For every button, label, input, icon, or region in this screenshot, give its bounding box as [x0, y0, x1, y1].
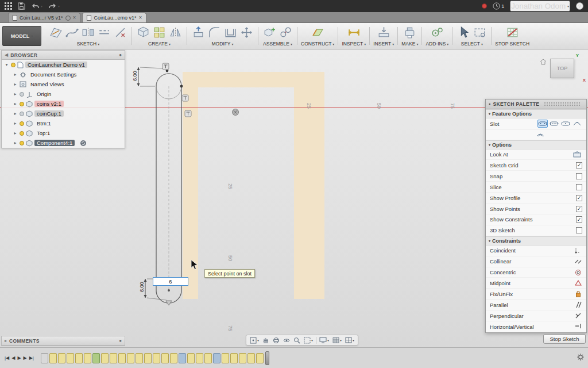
zoom-window-button[interactable]: ▾: [303, 337, 314, 344]
construction-plane-button[interactable]: [310, 25, 326, 40]
browser-item-label[interactable]: Origin: [34, 91, 53, 97]
create-mirror-button[interactable]: [168, 25, 183, 40]
slot-point-bottom[interactable]: [168, 289, 170, 292]
comments-header[interactable]: ▸ COMMENTS ●: [2, 336, 125, 346]
display-settings-button[interactable]: ▾: [319, 337, 330, 343]
help-button[interactable]: ?: [576, 2, 583, 10]
pin-icon[interactable]: ●: [119, 52, 122, 57]
user-menu[interactable]: Jonathan Odom ▾: [510, 1, 570, 12]
orbit-button[interactable]: [272, 337, 280, 344]
constraint-collinear[interactable]: Collinear: [486, 256, 586, 267]
stop-sketch-confirm-button[interactable]: Stop Sketch: [543, 334, 586, 344]
slot-center-to-center-button[interactable]: [537, 120, 548, 128]
section-collapse-icon[interactable]: ▾: [489, 239, 490, 243]
sketch-grid-checkbox[interactable]: [576, 162, 582, 168]
insert-button[interactable]: [376, 25, 392, 40]
viewcube-top-face[interactable]: TOP: [550, 59, 574, 78]
origin-marker[interactable]: [233, 109, 239, 116]
timeline-feature-icon[interactable]: [247, 353, 255, 363]
browser-item-document-settings[interactable]: ▸ Document Settings: [2, 70, 125, 79]
select-cursor-button[interactable]: [456, 25, 471, 40]
pin-icon[interactable]: ●: [119, 338, 122, 343]
slot-overall-button[interactable]: [549, 120, 559, 128]
timeline-feature-icon[interactable]: [101, 353, 109, 363]
tangent-constraint-icon[interactable]: [185, 110, 191, 117]
slot-center-point-arc-button[interactable]: [535, 131, 546, 139]
3d-sketch-checkbox[interactable]: [576, 227, 582, 233]
close-tab-1-icon[interactable]: ×: [73, 15, 76, 21]
visibility-bulb-icon[interactable]: [20, 102, 24, 106]
browser-item-coincup[interactable]: ▸ coinCup:1: [2, 109, 125, 118]
timeline-feature-icon[interactable]: [179, 353, 186, 363]
visibility-bulb-icon[interactable]: [20, 112, 24, 116]
timeline-feature-icon[interactable]: [49, 353, 57, 363]
create-box-button[interactable]: [136, 25, 151, 40]
timeline-feature-icon[interactable]: [41, 353, 48, 363]
dimension-top-value[interactable]: 6.00: [132, 71, 138, 81]
slot-point-side[interactable]: [180, 85, 183, 88]
constraint-midpoint[interactable]: Midpoint: [486, 278, 586, 289]
timeline-feature-icon[interactable]: [204, 353, 212, 363]
home-icon[interactable]: [540, 59, 547, 65]
document-tab-2[interactable]: CoinLau...emo v1* ×: [82, 13, 146, 22]
mirror-tool-button[interactable]: [80, 25, 96, 40]
dimension-input[interactable]: [153, 277, 188, 286]
expand-icon[interactable]: ▸: [13, 72, 18, 77]
zoom-button[interactable]: [293, 337, 301, 344]
timeline-feature-icon[interactable]: [84, 353, 91, 363]
offset-tool-button[interactable]: [96, 25, 112, 40]
timeline-feature-icon[interactable]: [153, 353, 160, 363]
timeline-feature-icon[interactable]: [161, 353, 169, 363]
timeline-feature-icon[interactable]: [75, 353, 83, 363]
timeline-feature-icon[interactable]: [144, 353, 152, 363]
fillet-button[interactable]: [207, 25, 222, 40]
timeline-feature-icon[interactable]: [127, 353, 134, 363]
dimension-top[interactable]: [137, 67, 164, 86]
timeline-feature-icon[interactable]: [222, 353, 229, 363]
joint-button[interactable]: [278, 25, 293, 40]
browser-item-component4[interactable]: ▸ Component4:1: [2, 138, 125, 148]
timeline-feature-icon[interactable]: [170, 353, 177, 363]
browser-item-label[interactable]: Document Settings: [28, 71, 79, 78]
slice-checkbox[interactable]: [576, 184, 582, 190]
show-constraints-checkbox[interactable]: [576, 216, 582, 223]
expand-icon[interactable]: ▸: [13, 111, 18, 116]
trim-tool-button[interactable]: [113, 25, 128, 40]
timeline-feature-icon[interactable]: [196, 353, 203, 363]
undo-button[interactable]: ▾: [31, 3, 42, 10]
look-at-button[interactable]: [283, 337, 291, 344]
timeline-feature-icon[interactable]: [118, 353, 126, 363]
addins-menu-button[interactable]: ADD-INS▾: [425, 41, 448, 48]
browser-item-coins[interactable]: ▸ coins v2:1: [2, 99, 125, 109]
timeline-step-forward-button[interactable]: ▶: [22, 355, 28, 362]
sketch-menu-button[interactable]: SKETCH▾: [77, 41, 100, 48]
tangent-constraint-icon[interactable]: [182, 95, 188, 101]
timeline-feature-icon[interactable]: [110, 353, 117, 363]
construct-menu-button[interactable]: CONSTRUCT▾: [301, 41, 334, 48]
constraint-coincident[interactable]: Coincident: [486, 246, 586, 256]
collapse-panel-icon[interactable]: ◀: [5, 52, 8, 57]
browser-item-named-views[interactable]: ▸ Named Views: [2, 79, 125, 89]
redo-button[interactable]: ▾: [48, 3, 60, 10]
constraint-parallel[interactable]: Parallel: [486, 300, 586, 310]
timeline-feature-icon[interactable]: [213, 353, 220, 363]
expand-icon[interactable]: ▾: [4, 62, 9, 67]
browser-item-btm[interactable]: ▸ Btm:1: [2, 118, 125, 128]
create-sketch-button[interactable]: [48, 25, 64, 40]
notifications-button[interactable]: 1: [493, 2, 504, 10]
move-button[interactable]: [239, 25, 254, 40]
slot-center-point-button[interactable]: [560, 120, 571, 128]
grid-settings-button[interactable]: ▾: [332, 337, 342, 343]
section-constraints[interactable]: ▾ Constraints: [486, 236, 586, 246]
show-points-checkbox[interactable]: [576, 206, 582, 212]
timeline-feature-icon[interactable]: [92, 353, 100, 363]
select-menu-button[interactable]: SELECT▾: [461, 41, 483, 48]
timeline-skip-end-button[interactable]: ▶|: [28, 355, 35, 362]
browser-item-label[interactable]: coins v2:1: [34, 101, 64, 107]
timeline-settings-gear-icon[interactable]: [577, 353, 585, 363]
section-feature-options[interactable]: ▾ Feature Options: [486, 109, 586, 118]
stop-sketch-button[interactable]: [505, 25, 520, 40]
tangent-constraint-icon[interactable]: [163, 63, 169, 70]
timeline-feature-icon[interactable]: [67, 353, 74, 363]
expand-icon[interactable]: ▸: [13, 131, 18, 136]
